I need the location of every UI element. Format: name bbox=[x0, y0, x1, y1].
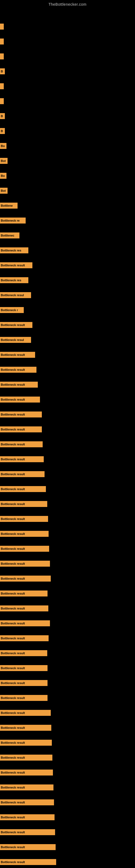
bar: Bottleneck result bbox=[0, 829, 55, 835]
bar-label: Bottleneck result bbox=[1, 845, 25, 849]
bar-row: Bottleneck result bbox=[0, 484, 135, 495]
bar-row: Bottleneck res bbox=[0, 245, 135, 256]
bar-row: Bottleneck result bbox=[0, 767, 135, 778]
bar-row: Bottleneck result bbox=[0, 678, 135, 688]
bar: Bottleneck result bbox=[0, 680, 48, 686]
bar-label: Bottleneck result bbox=[1, 831, 25, 834]
bar: Bottleneck result bbox=[0, 322, 32, 328]
bar-row: Bottleneck re bbox=[0, 215, 135, 226]
bar-label: Bottleneck result bbox=[1, 592, 25, 595]
bar-row: Bottleneck result bbox=[0, 558, 135, 569]
bar: Bottleneck res bbox=[0, 247, 28, 253]
bar-label: Bottleneck result bbox=[1, 502, 25, 506]
bar-label: B bbox=[1, 115, 3, 118]
bar-row: Bottleneck result bbox=[0, 797, 135, 808]
bar: Bottleneck result bbox=[0, 262, 32, 268]
bar-row: Bottlenec bbox=[0, 230, 135, 241]
bar: Bottleneck result bbox=[0, 665, 48, 671]
bar-row: B bbox=[0, 111, 135, 122]
bar-row: Bottleneck result bbox=[0, 528, 135, 539]
bar-row: Bottleneck result bbox=[0, 499, 135, 509]
bar-label: Bottleneck result bbox=[1, 368, 25, 371]
bar: Bottleneck result bbox=[0, 606, 48, 611]
bar-row: Bottleneck result bbox=[0, 409, 135, 420]
bar-label: Bottleneck result bbox=[1, 353, 25, 356]
bar: Bottlene bbox=[0, 203, 17, 209]
bar-label: B bbox=[1, 70, 3, 73]
bar-label: Bottleneck result bbox=[1, 666, 25, 670]
bar: B bbox=[0, 68, 5, 74]
bar: Bottleneck result bbox=[0, 844, 56, 850]
site-title: TheBottlenecker.com bbox=[0, 0, 135, 8]
bar-label: Bottleneck result bbox=[1, 711, 25, 714]
bar: Bottleneck result bbox=[0, 546, 49, 552]
bar: Bottleneck result bbox=[0, 755, 52, 761]
bar-label: Bottleneck resul bbox=[1, 338, 24, 341]
bar: Bottleneck result bbox=[0, 471, 45, 477]
bar-label: Bottleneck result bbox=[1, 264, 25, 267]
bar: Bottleneck result bbox=[0, 650, 47, 656]
bar: Bottleneck result bbox=[0, 784, 53, 790]
bar-label: Bottleneck result bbox=[1, 488, 25, 491]
bar: Bottlenec bbox=[0, 232, 19, 239]
bar-row: Bottleneck result bbox=[0, 857, 135, 867]
bar-label: Bottleneck result bbox=[1, 458, 25, 461]
bar-label: Bottlene bbox=[1, 204, 13, 207]
bar: Bot bbox=[0, 158, 8, 164]
bar: Bottleneck result bbox=[0, 770, 53, 775]
bar-label: Bottleneck result bbox=[1, 517, 25, 521]
bar-label: Bottleneck result bbox=[1, 756, 25, 759]
bar: Bottleneck res bbox=[0, 277, 28, 283]
bar-row: Bottleneck result bbox=[0, 633, 135, 644]
bar: Bottleneck result bbox=[0, 799, 54, 805]
bar-row: Bottleneck result bbox=[0, 454, 135, 465]
bar-label: Bottleneck result bbox=[1, 801, 25, 804]
bar-row bbox=[0, 51, 135, 62]
bar: Bo bbox=[0, 173, 6, 179]
bar bbox=[0, 24, 4, 30]
bar-row: B bbox=[0, 66, 135, 77]
bar-row: Bottleneck result bbox=[0, 752, 135, 763]
bar-label: Bottleneck result bbox=[1, 741, 25, 744]
bar-label: Bottleneck resul bbox=[1, 293, 24, 297]
bar: Bottleneck resul bbox=[0, 292, 31, 298]
bar-label: Bottleneck r bbox=[1, 308, 18, 312]
bar-label: Bottleneck result bbox=[1, 622, 25, 625]
bar-row: Bottleneck result bbox=[0, 573, 135, 584]
bar-row: Bottleneck r bbox=[0, 305, 135, 315]
bar-label: Bottleneck result bbox=[1, 323, 25, 327]
bar-row bbox=[0, 96, 135, 106]
bar-row: Bottleneck result bbox=[0, 514, 135, 524]
bar: Bottleneck result bbox=[0, 426, 42, 432]
bar-label: Bottleneck result bbox=[1, 413, 25, 416]
bar-row: Bottleneck result bbox=[0, 842, 135, 852]
bar-label: Bottleneck result bbox=[1, 428, 25, 431]
bar-row: Bottleneck result bbox=[0, 469, 135, 479]
bar-label: Bottleneck result bbox=[1, 786, 25, 789]
bar-row: Bottleneck result bbox=[0, 349, 135, 360]
bar bbox=[0, 54, 4, 59]
bar: Bottleneck result bbox=[0, 411, 42, 417]
bar bbox=[0, 83, 4, 89]
bar: Bottleneck result bbox=[0, 814, 54, 820]
bar-row bbox=[0, 36, 135, 47]
bar-label: Bottleneck re bbox=[1, 219, 20, 222]
bar-row: Bottleneck resul bbox=[0, 335, 135, 345]
bar-row: Bo bbox=[0, 141, 135, 151]
bar-row: Bottlene bbox=[0, 200, 135, 211]
bar-label: Bottleneck result bbox=[1, 607, 25, 610]
bar-label: Bottleneck result bbox=[1, 443, 25, 446]
bar-row: Bottleneck result bbox=[0, 692, 135, 703]
bar: Bottleneck re bbox=[0, 218, 26, 223]
bar-label: Bottleneck result bbox=[1, 472, 25, 476]
bar-label: Bot bbox=[1, 189, 6, 192]
bar-row: Bottleneck result bbox=[0, 260, 135, 271]
bar: Bot bbox=[0, 188, 8, 194]
bar: Bo bbox=[0, 143, 6, 149]
bar bbox=[0, 38, 4, 44]
bar: Bottleneck result bbox=[0, 725, 51, 731]
bar-row: Bottleneck result bbox=[0, 737, 135, 748]
bars-container: BBBBoBotBoBotBottleneBottleneck reBottle… bbox=[0, 8, 135, 865]
bar: Bottleneck r bbox=[0, 307, 24, 313]
bar-label: Bottleneck result bbox=[1, 383, 25, 386]
